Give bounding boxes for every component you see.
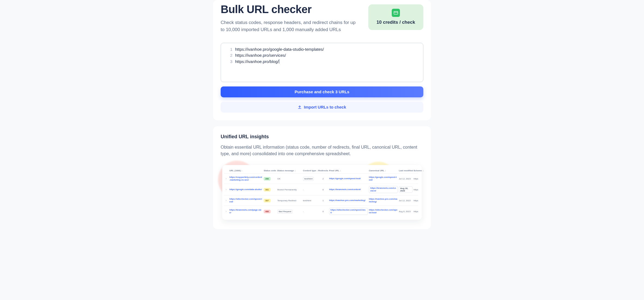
chevron-right-icon[interactable]: ›: [224, 210, 228, 213]
chevron-right-icon[interactable]: ›: [224, 177, 228, 180]
cell-content-type: text/html: [303, 177, 314, 181]
cell-url[interactable]: https://copywritely.com/content-marketin…: [229, 176, 263, 181]
cell-scheme: https: [414, 210, 424, 213]
import-urls-label: Import URLs to check: [304, 105, 346, 109]
insights-preview: URL (1600) ↓ Status code ↓ Status messag…: [221, 163, 423, 221]
cell-canonical-url[interactable]: https://google.com/speed-test/: [369, 176, 397, 181]
cell-last-modified: Jul 12, 2022: [399, 199, 411, 202]
cell-content-type: -: [303, 210, 304, 213]
col-final-url[interactable]: Final URL ↓: [329, 169, 368, 172]
table-row: ›https://sitechecker.com/speed-test/307T…: [224, 195, 418, 205]
cell-final-url[interactable]: https://brammels.com/content/: [329, 188, 361, 191]
cell-url[interactable]: https://google.com/data-studio/: [229, 188, 263, 191]
editor-text[interactable]: https://ivanhoe.pro/google-data-studio-t…: [235, 46, 324, 53]
line-number: 1: [225, 46, 232, 53]
cell-status-message: OK: [277, 178, 281, 180]
cell-final-url[interactable]: https://google.com/speed-test/: [329, 177, 361, 180]
cell-last-modified: Jul 12, 2023: [399, 178, 411, 180]
chevron-right-icon[interactable]: ›: [224, 188, 228, 191]
status-code-badge: 301: [264, 188, 271, 191]
cell-canonical-url[interactable]: https://ivanhoe.pro.com/marketing/: [369, 198, 397, 203]
cell-url[interactable]: https://brammels.com/page-size/: [229, 209, 263, 214]
table-row: ›https://brammels.com/page-size/400Bad R…: [224, 205, 418, 217]
line-number: 2: [225, 52, 232, 59]
status-code-badge: 400: [264, 210, 271, 213]
credits-label: 10 credits / check: [375, 20, 417, 25]
table-row: ›https://copywritely.com/content-marketi…: [224, 173, 418, 184]
col-canonical-url[interactable]: Canonical URL ↓: [369, 169, 398, 172]
cell-status-message: Moved Permanently: [277, 188, 297, 191]
url-editor[interactable]: 1https://ivanhoe.pro/google-data-studio-…: [221, 43, 423, 82]
cell-redirects: 0: [318, 210, 328, 213]
cell-scheme: https: [414, 178, 424, 180]
cell-final-url[interactable]: https://sitechecker.com/speed-test/: [329, 208, 368, 215]
svg-rect-0: [394, 11, 398, 14]
cell-redirects: 0: [318, 188, 328, 191]
cell-scheme: https: [414, 188, 424, 191]
cell-url[interactable]: https://sitechecker.com/speed-test/: [229, 198, 263, 203]
table-header-row: URL (1600) ↓ Status code ↓ Status messag…: [224, 168, 418, 173]
col-content-type[interactable]: Content type ↓: [303, 169, 317, 172]
chevron-right-icon[interactable]: ›: [224, 199, 228, 202]
cell-final-url[interactable]: https://ivanhoe.pro.com/marketing/: [329, 199, 365, 202]
cell-scheme: https: [414, 199, 424, 202]
status-code-badge: 200: [264, 177, 271, 181]
cell-redirects: 1: [318, 199, 328, 202]
editor-line[interactable]: 2https://ivanhoe.pro/services/: [225, 52, 419, 59]
page-subtitle: Check status codes, response headers, an…: [221, 19, 361, 34]
col-status-code[interactable]: Status code ↓: [264, 169, 276, 172]
unified-insights-card: Unified URL insights Obtain essential UR…: [213, 126, 431, 229]
purchase-check-button[interactable]: Purchase and check 3 URLs: [221, 86, 423, 97]
table-row: ›https://google.com/data-studio/301Moved…: [224, 184, 418, 195]
cell-last-modified: Aug 18, 2023: [399, 186, 412, 193]
line-number: 3: [225, 59, 232, 65]
col-url[interactable]: URL (1600) ↓: [229, 169, 263, 172]
editor-text[interactable]: https://ivanhoe.pro/blog/: [235, 59, 279, 65]
cell-redirects: 2: [318, 178, 328, 180]
credits-box: 10 credits / check: [368, 4, 423, 30]
cell-content-type: text/html: [303, 199, 311, 202]
bulk-url-checker-card: Bulk URL checker Check status codes, res…: [213, 0, 431, 120]
cell-canonical-url[interactable]: https://sitechecker.com/speed-test/: [369, 209, 397, 214]
cell-status-message: Bad Request: [277, 209, 293, 214]
insights-table: URL (1600) ↓ Status code ↓ Status messag…: [222, 165, 422, 220]
editor-line[interactable]: 3https://ivanhoe.pro/blog/: [225, 59, 419, 65]
col-status-message[interactable]: Status message ↓: [277, 169, 302, 172]
cell-content-type: -: [303, 188, 304, 191]
status-code-badge: 307: [264, 199, 271, 202]
col-redirects[interactable]: Redirects ↓: [318, 169, 328, 172]
insights-title: Unified URL insights: [221, 134, 423, 140]
col-scheme[interactable]: Scheme ↓: [414, 169, 424, 172]
credit-card-icon: [392, 9, 400, 17]
cell-status-message: Temporary Redirect: [277, 199, 296, 202]
page-title: Bulk URL checker: [221, 3, 361, 15]
cell-last-modified: Aug 8, 2023: [399, 210, 411, 213]
cell-canonical-url[interactable]: https://brammels.com/content/: [369, 186, 398, 193]
insights-description: Obtain essential URL information (status…: [221, 144, 423, 158]
editor-line[interactable]: 1https://ivanhoe.pro/google-data-studio-…: [225, 46, 419, 53]
import-urls-button[interactable]: Import URLs to check: [221, 102, 423, 113]
editor-text[interactable]: https://ivanhoe.pro/services/: [235, 52, 286, 59]
col-last-modified[interactable]: Last modified ↓: [399, 169, 412, 172]
upload-icon: [298, 105, 302, 109]
